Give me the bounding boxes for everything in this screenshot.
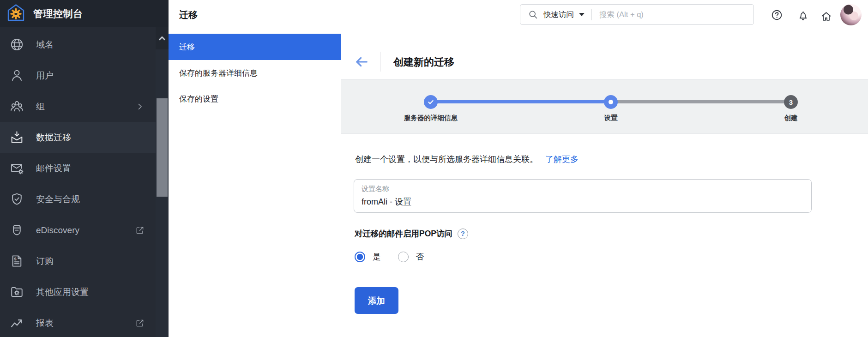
billing-icon: $ — [10, 254, 24, 268]
app-root: 管理控制台 域名用户组数据迁移邮件设置安全与合规eDiscovery$订购其他应… — [0, 0, 868, 337]
sidebar-item-label: 域名 — [36, 39, 54, 51]
step-number: 3 — [789, 98, 793, 106]
back-button[interactable] — [354, 54, 369, 69]
sidebar-item-archive[interactable]: eDiscovery — [0, 215, 156, 246]
sidebar-item-reports[interactable]: 报表 — [0, 307, 156, 337]
admin-console-logo-icon — [6, 3, 25, 24]
radio-label: 否 — [416, 251, 424, 262]
sidebar-item-billing[interactable]: $订购 — [0, 246, 156, 277]
secondary-nav: 迁移保存的服务器详细信息保存的设置 — [169, 34, 341, 112]
folder-gear-icon — [10, 285, 24, 299]
description-text: 创建一个设置，以便与所选服务器详细信息关联。 — [355, 155, 538, 164]
external-link-icon — [135, 226, 145, 235]
step-label-3: 创建 — [722, 114, 860, 122]
sidebar-item-mail-gear[interactable]: 邮件设置 — [0, 153, 156, 184]
chevron-up-icon — [157, 33, 167, 43]
sidebar-item-label: 数据迁移 — [36, 132, 71, 144]
scrollbar-thumb[interactable] — [157, 98, 168, 197]
scroll-up-button[interactable] — [156, 27, 169, 49]
svg-text:$: $ — [14, 256, 17, 261]
user-avatar[interactable] — [840, 4, 862, 25]
stepper: 服务器的详细信息设置3创建 — [341, 79, 868, 134]
home-icon[interactable] — [820, 11, 832, 22]
global-search[interactable]: 快速访问 — [520, 4, 754, 25]
sidebar-item-migration[interactable]: 数据迁移 — [0, 122, 156, 153]
step-circle-2[interactable] — [604, 95, 618, 109]
radio-option-yes[interactable]: 是 — [355, 251, 381, 262]
search-icon — [528, 10, 538, 19]
pop-access-label: 对迁移的邮件启用POP访问 — [355, 228, 452, 239]
sidebar-item-label: 安全与合规 — [36, 193, 80, 205]
reports-icon — [10, 316, 24, 330]
secondary-sidebar: 迁移 迁移保存的服务器详细信息保存的设置 — [169, 0, 341, 337]
mail-gear-icon — [10, 161, 24, 175]
sidebar-item-folder-gear[interactable]: 其他应用设置 — [0, 277, 156, 307]
shield-check-icon — [10, 192, 24, 206]
step-label-2: 设置 — [542, 114, 680, 122]
chevron-down-icon[interactable] — [579, 13, 585, 16]
step-label-1: 服务器的详细信息 — [362, 114, 500, 122]
radio-selected-icon[interactable] — [355, 252, 365, 262]
app-title: 管理控制台 — [33, 7, 83, 20]
quick-access-dropdown[interactable]: 快速访问 — [543, 10, 574, 20]
add-button[interactable]: 添加 — [355, 287, 398, 314]
step-circle-1[interactable] — [424, 95, 438, 109]
current-step-dot — [609, 100, 613, 104]
sidebar-scrollbar[interactable] — [156, 27, 169, 337]
description-row: 创建一个设置，以便与所选服务器详细信息关联。了解更多 — [355, 154, 579, 165]
sidebar-item-label: 订购 — [36, 255, 54, 267]
secondary-nav-item[interactable]: 保存的服务器详细信息 — [169, 60, 341, 86]
primary-nav: 域名用户组数据迁移邮件设置安全与合规eDiscovery$订购其他应用设置报表 — [0, 29, 156, 337]
step-circle-3[interactable]: 3 — [784, 95, 798, 109]
radio-unselected-icon[interactable] — [398, 252, 409, 262]
sidebar-item-label: 其他应用设置 — [36, 286, 89, 298]
secondary-nav-item[interactable]: 保存的设置 — [169, 86, 341, 112]
radio-option-no[interactable]: 否 — [398, 251, 424, 262]
sidebar-item-label: 邮件设置 — [36, 162, 71, 175]
learn-more-link[interactable]: 了解更多 — [545, 155, 579, 164]
user-icon — [10, 68, 24, 83]
title-divider — [380, 52, 380, 72]
setting-name-value[interactable]: fromAli - 设置 — [362, 196, 811, 207]
sidebar-item-group[interactable]: 组 — [0, 91, 156, 122]
sidebar-item-label: 报表 — [36, 317, 54, 329]
radio-label: 是 — [373, 251, 381, 262]
group-icon — [10, 99, 24, 114]
sidebar-item-user[interactable]: 用户 — [0, 60, 156, 91]
secondary-nav-item[interactable]: 迁移 — [169, 34, 341, 60]
sidebar-item-globe[interactable]: 域名 — [0, 29, 156, 60]
help-icon[interactable] — [771, 9, 783, 21]
search-divider — [591, 9, 592, 20]
check-icon — [427, 98, 434, 106]
sidebar-item-label: 用户 — [36, 70, 54, 82]
archive-icon — [10, 223, 24, 237]
notifications-icon[interactable] — [797, 10, 809, 21]
setting-name-field[interactable]: 设置名称 fromAli - 设置 — [354, 179, 812, 213]
help-tooltip-icon[interactable]: ? — [458, 229, 468, 239]
sidebar-item-label: 组 — [36, 101, 45, 113]
sidebar-item-shield-check[interactable]: 安全与合规 — [0, 184, 156, 215]
chevron-right-icon — [135, 102, 145, 111]
page-title: 创建新的迁移 — [393, 55, 454, 69]
migration-icon — [10, 130, 24, 144]
pop-access-row: 对迁移的邮件启用POP访问 ? — [355, 228, 468, 239]
app-header-brand: 管理控制台 — [0, 0, 169, 27]
section-title: 迁移 — [179, 9, 198, 21]
globe-icon — [10, 37, 24, 52]
stepper-line-todo — [611, 100, 791, 103]
stepper-line-done — [431, 100, 611, 103]
pop-access-radio-group: 是否 — [355, 251, 424, 262]
setting-name-label: 设置名称 — [362, 185, 811, 193]
external-link-icon — [135, 319, 145, 328]
sidebar-item-label: eDiscovery — [36, 225, 79, 235]
search-input[interactable] — [598, 10, 734, 19]
